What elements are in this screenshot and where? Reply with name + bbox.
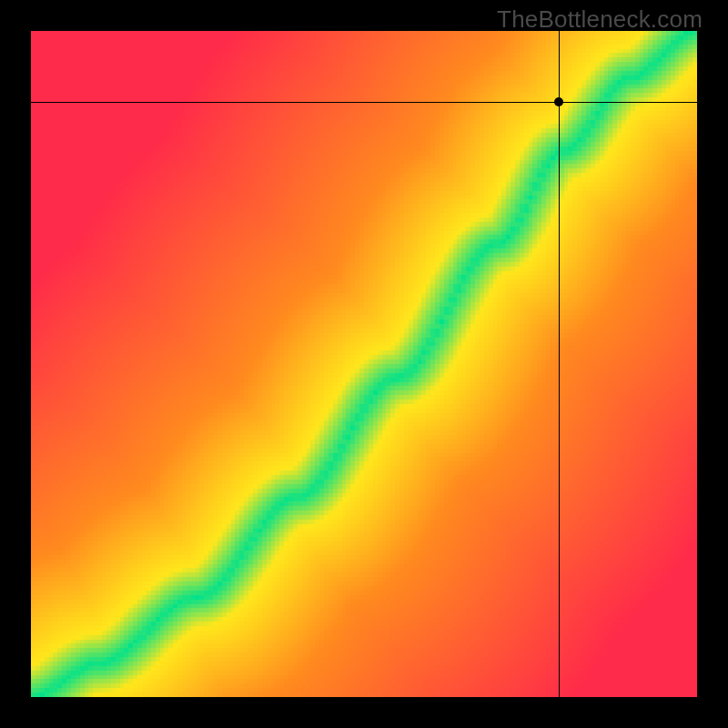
- chart-container: TheBottleneck.com: [0, 0, 728, 728]
- marker-dot: [554, 97, 563, 106]
- crosshair-horizontal: [31, 102, 697, 103]
- attribution-text: TheBottleneck.com: [497, 5, 703, 34]
- crosshair-vertical: [559, 31, 560, 697]
- plot-area: [31, 31, 697, 697]
- bottleneck-heatmap: [31, 31, 697, 697]
